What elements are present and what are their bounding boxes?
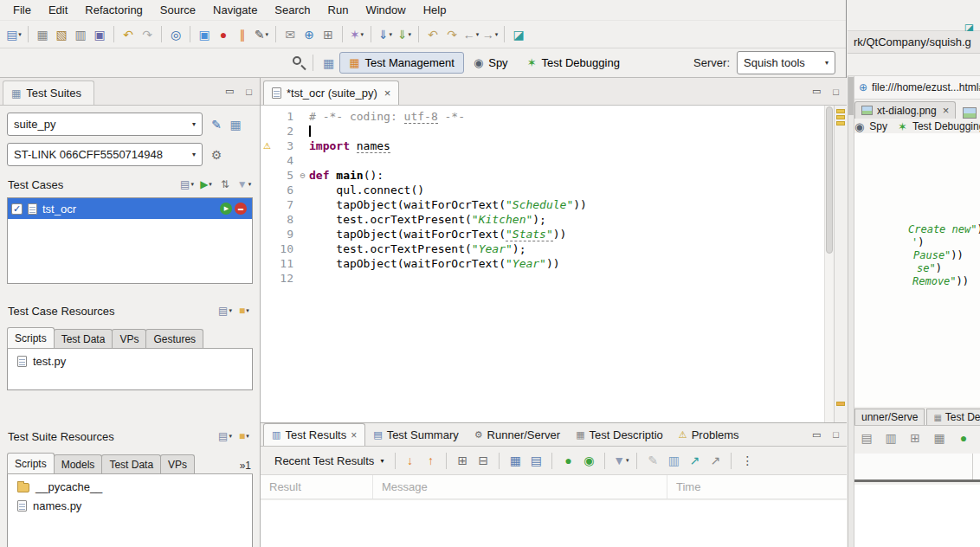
resource-tab[interactable]: Test Data — [54, 329, 113, 348]
dropdown-arrow-icon[interactable]: ▾ — [476, 31, 480, 38]
code-line[interactable]: 9 tapObject(waitForOcrText("Stats")) — [261, 227, 822, 241]
rw-expand-icon[interactable]: ⊞ — [907, 430, 923, 446]
fetch-results-button[interactable]: ⇓▾ — [395, 25, 414, 44]
code-editor[interactable]: 1# -*- coding: utf-8 -*-2⚠3import names4… — [261, 106, 847, 422]
record-test-case-icon[interactable]: ▬ — [235, 203, 247, 215]
record-button[interactable]: ● — [214, 25, 233, 44]
overview-marker[interactable] — [836, 109, 845, 113]
perspective-test-management[interactable]: ▦ Test Management — [339, 52, 464, 74]
code-line[interactable]: 8 test.ocrTextPresent("Kitchen"); — [261, 212, 822, 227]
code-line[interactable]: 11 tapObject(waitForOcrText("Year")) — [261, 256, 822, 271]
menu-item[interactable]: Run — [320, 2, 357, 18]
run-test-suite-button[interactable]: ▶▾ — [197, 176, 215, 193]
view-menu-button[interactable]: ⋮ — [738, 451, 757, 470]
console-tab[interactable]: ▤Test Summary — [365, 423, 466, 446]
open-report-button[interactable]: ↗ — [685, 451, 704, 470]
background-scrollbar[interactable] — [848, 76, 854, 547]
chart-button[interactable]: ▥ — [664, 451, 683, 470]
dropdown-arrow-icon[interactable]: ▾ — [361, 31, 364, 38]
show-fails-button[interactable]: ◉ — [579, 451, 598, 470]
perspective-test-debugging[interactable]: ✶ Test Debugging — [518, 52, 629, 74]
file-row[interactable]: test.py — [8, 351, 252, 370]
close-tab-icon[interactable]: × — [351, 429, 357, 441]
forward-history-button[interactable]: ↷ — [442, 25, 461, 44]
menu-item[interactable]: Window — [358, 2, 413, 18]
import-button[interactable]: ▥ — [71, 25, 90, 44]
dropdown-arrow-icon[interactable]: ▾ — [190, 181, 194, 188]
back-history-button[interactable]: ↶ — [423, 25, 442, 44]
console-tab[interactable]: ⚙Runner/Server — [467, 423, 568, 446]
filter-button[interactable]: ▼▾ — [611, 451, 630, 470]
undo-button[interactable]: ↶ — [119, 25, 138, 44]
column-header[interactable]: Message — [373, 475, 667, 499]
code-line[interactable]: 7 tapObject(waitForOcrText("Schedule")) — [261, 197, 822, 212]
dropdown-arrow-icon[interactable]: ▾ — [409, 31, 412, 38]
menu-item[interactable]: Help — [416, 2, 455, 18]
collapse-all-button[interactable]: ⊟ — [474, 451, 493, 470]
dropdown-arrow-icon[interactable]: ▾ — [390, 31, 393, 38]
new-test-case-button[interactable]: ▤▾ — [178, 176, 196, 193]
console-tab[interactable]: ▦Test Descriptio — [568, 423, 671, 446]
link-editor-button[interactable]: ◪ — [509, 25, 528, 44]
folder-row[interactable]: __pycache__ — [8, 477, 252, 496]
menu-item[interactable]: Source — [152, 2, 203, 18]
close-tab-icon[interactable]: × — [384, 87, 391, 100]
run-test-case-icon[interactable]: ▶ — [220, 203, 232, 215]
maximize-view-icon[interactable]: □ — [833, 429, 839, 440]
web-button[interactable]: ⊕ — [300, 25, 319, 44]
rw-new-icon[interactable]: ▤ — [859, 430, 874, 446]
dropdown-arrow-icon[interactable]: ▾ — [209, 181, 212, 188]
menu-item[interactable]: File — [5, 2, 39, 18]
menu-item[interactable]: Refactoring — [77, 2, 150, 18]
resource-tab[interactable]: Gestures — [145, 329, 203, 348]
column-header[interactable]: Result — [261, 475, 373, 499]
next-result-button[interactable]: ↓ — [400, 451, 419, 470]
edit-button[interactable]: ✎ — [643, 451, 662, 470]
fetch-snippet-button[interactable]: ⇓▾ — [376, 25, 395, 44]
console-tab[interactable]: unner/Serve — [854, 409, 925, 425]
code-line[interactable]: 12 — [261, 271, 822, 286]
object-map-button[interactable]: ▦ — [227, 116, 244, 133]
new-folder-button[interactable]: ■▾ — [235, 302, 253, 319]
console-tab[interactable]: ⚠Problems — [671, 423, 747, 446]
scrollbar-thumb[interactable] — [826, 106, 833, 254]
console-tab[interactable]: ▥Test Results× — [263, 423, 365, 446]
code-line[interactable]: 4 — [261, 153, 822, 168]
new-test-suite-button[interactable]: ▦ — [33, 25, 52, 44]
flat-view-button[interactable]: ▤ — [526, 451, 545, 470]
rw-grid-icon[interactable]: ▦ — [932, 430, 947, 446]
manage-devices-button[interactable]: ⚙ — [208, 146, 225, 164]
code-line[interactable]: 5⊖def main(): — [261, 168, 822, 183]
recent-results-dropdown[interactable]: Recent Test Results ▾ — [268, 452, 390, 470]
dropdown-arrow-icon[interactable]: ▾ — [495, 31, 499, 38]
mail-button[interactable]: ✉ — [280, 25, 300, 44]
console-tab[interactable]: ▦Test Descri — [926, 409, 980, 425]
tab-overflow-indicator[interactable]: »1 — [238, 460, 253, 473]
fold-collapse-icon[interactable]: ⊖ — [296, 168, 309, 183]
window-capture-button[interactable]: ⊞ — [319, 25, 338, 44]
dropdown-arrow-icon[interactable]: ▾ — [626, 457, 629, 464]
resource-tab[interactable]: Scripts — [7, 327, 55, 348]
background-url-row[interactable]: ⊕ file:///home/ezust...html# — [854, 76, 980, 100]
dropdown-arrow-icon[interactable]: ▾ — [229, 433, 232, 440]
overview-ruler[interactable] — [834, 106, 847, 422]
wand-button[interactable]: ✶▾ — [347, 25, 366, 44]
file-row[interactable]: names.py — [8, 496, 252, 515]
dropdown-arrow-icon[interactable]: ▾ — [248, 181, 252, 188]
search-icon[interactable] — [291, 55, 308, 72]
menu-item[interactable]: Edit — [41, 2, 75, 18]
forward-button[interactable]: →▾ — [480, 25, 500, 44]
show-passes-button[interactable]: ● — [558, 451, 577, 470]
prev-result-button[interactable]: ↑ — [421, 451, 440, 470]
resource-tab[interactable]: VPs — [160, 454, 195, 473]
perspective-spy[interactable]: ◉ Spy — [464, 52, 518, 74]
rw-status-icon[interactable]: ● — [956, 430, 971, 446]
server-combo[interactable]: Squish tools ▾ — [737, 51, 835, 74]
filter-button[interactable]: ▼▾ — [235, 176, 253, 193]
resource-tab[interactable]: VPs — [112, 329, 146, 348]
tree-view-button[interactable]: ▦ — [506, 451, 525, 470]
pause-button[interactable]: ∥ — [233, 25, 252, 44]
column-header[interactable]: Time — [667, 475, 847, 499]
code-line[interactable]: 10 test.ocrTextPresent("Year"); — [261, 241, 822, 256]
redo-button[interactable]: ↷ — [138, 25, 157, 44]
